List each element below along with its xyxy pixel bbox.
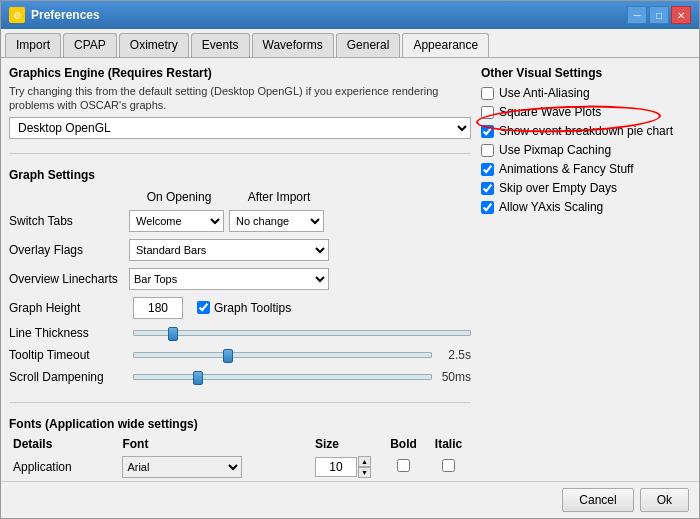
visual-option-5: Skip over Empty Days	[481, 181, 691, 195]
font-select-0[interactable]: Arial	[122, 456, 242, 478]
fonts-header-size: Size	[311, 435, 381, 453]
ok-button[interactable]: Ok	[640, 488, 689, 512]
window-controls: ─ □ ✕	[627, 6, 691, 24]
window-title: Preferences	[31, 8, 100, 22]
visual-option-checkbox-6[interactable]	[481, 201, 494, 214]
fonts-header-font: Font	[118, 435, 311, 453]
title-bar: ⚙ Preferences ─ □ ✕	[1, 1, 699, 29]
line-thickness-thumb[interactable]	[168, 327, 178, 341]
line-thickness-track	[133, 330, 471, 336]
scroll-dampening-value: 50ms	[436, 370, 471, 384]
left-panel: Graphics Engine (Requires Restart) Try c…	[9, 66, 471, 473]
overview-linecharts-label: Overview Linecharts	[9, 272, 129, 286]
tab-appearance[interactable]: Appearance	[402, 33, 489, 57]
line-thickness-row: Line Thickness	[9, 326, 471, 340]
visual-option-2: Show event breakdown pie chart	[481, 124, 691, 138]
overlay-flags-label: Overlay Flags	[9, 243, 129, 257]
tooltip-timeout-row: Tooltip Timeout 2.5s	[9, 348, 471, 362]
font-italic-0[interactable]	[442, 459, 455, 472]
graphics-engine-section: Graphics Engine (Requires Restart) Try c…	[9, 66, 471, 139]
visual-option-3: Use Pixmap Caching	[481, 143, 691, 157]
visual-option-label-4: Animations & Fancy Stuff	[499, 162, 634, 176]
separator-2	[9, 402, 471, 403]
fonts-row-0: ApplicationArial▲▼	[9, 453, 471, 481]
visual-option-checkbox-4[interactable]	[481, 163, 494, 176]
visual-option-checkbox-1[interactable]	[481, 106, 494, 119]
visual-option-checkbox-3[interactable]	[481, 144, 494, 157]
graph-height-row: Graph Height Graph Tooltips	[9, 297, 471, 319]
graph-tooltips-checkbox-label: Graph Tooltips	[197, 301, 291, 315]
maximize-button[interactable]: □	[649, 6, 669, 24]
fonts-table: Details Font Size Bold Italic Applicatio…	[9, 435, 471, 481]
visual-option-checkbox-0[interactable]	[481, 87, 494, 100]
visual-option-label-0: Use Anti-Aliasing	[499, 86, 590, 100]
tab-import[interactable]: Import	[5, 33, 61, 57]
switch-tabs-label: Switch Tabs	[9, 214, 129, 228]
tab-cpap[interactable]: CPAP	[63, 33, 117, 57]
visual-options-container: Use Anti-AliasingSquare Wave PlotsShow e…	[481, 86, 691, 214]
scroll-dampening-track	[133, 374, 432, 380]
tooltip-timeout-value: 2.5s	[436, 348, 471, 362]
graph-settings-section: Graph Settings On Opening After Import S…	[9, 168, 471, 388]
switch-tabs-row: Switch Tabs Welcome No change	[9, 210, 471, 232]
visual-option-label-6: Allow YAxis Scaling	[499, 200, 603, 214]
fonts-header-italic: Italic	[426, 435, 471, 453]
font-size-down-0[interactable]: ▼	[358, 467, 371, 478]
separator-1	[9, 153, 471, 154]
overlay-flags-row: Overlay Flags Standard Bars	[9, 239, 471, 261]
graph-height-label: Graph Height	[9, 301, 129, 315]
switch-tabs-after-import-dropdown[interactable]: No change	[229, 210, 324, 232]
visual-option-label-2: Show event breakdown pie chart	[499, 124, 673, 138]
graphics-engine-desc: Try changing this from the default setti…	[9, 84, 471, 113]
overview-linecharts-row: Overview Linecharts Bar Tops	[9, 268, 471, 290]
visual-option-checkbox-5[interactable]	[481, 182, 494, 195]
tab-oximetry[interactable]: Oximetry	[119, 33, 189, 57]
font-bold-0[interactable]	[397, 459, 410, 472]
visual-option-checkbox-2[interactable]	[481, 125, 494, 138]
scroll-dampening-row: Scroll Dampening 50ms	[9, 370, 471, 384]
visual-option-label-5: Skip over Empty Days	[499, 181, 617, 195]
tab-waveforms[interactable]: Waveforms	[252, 33, 334, 57]
minimize-button[interactable]: ─	[627, 6, 647, 24]
visual-option-0: Use Anti-Aliasing	[481, 86, 691, 100]
font-size-0[interactable]	[315, 457, 357, 477]
font-size-up-0[interactable]: ▲	[358, 456, 371, 467]
switch-tabs-on-opening-dropdown[interactable]: Welcome	[129, 210, 224, 232]
graph-settings-headers: On Opening After Import	[9, 190, 471, 204]
fonts-section: Fonts (Application wide settings) Detail…	[9, 417, 471, 481]
main-content: Graphics Engine (Requires Restart) Try c…	[1, 58, 699, 481]
fonts-header-details: Details	[9, 435, 118, 453]
other-visual-title: Other Visual Settings	[481, 66, 691, 80]
tab-general[interactable]: General	[336, 33, 401, 57]
tooltip-timeout-thumb[interactable]	[223, 349, 233, 363]
scroll-dampening-thumb[interactable]	[193, 371, 203, 385]
on-opening-header: On Opening	[129, 190, 229, 204]
tabs-bar: Import CPAP Oximetry Events Waveforms Ge…	[1, 29, 699, 58]
visual-option-4: Animations & Fancy Stuff	[481, 162, 691, 176]
visual-option-label-1: Square Wave Plots	[499, 105, 601, 119]
tooltip-timeout-label: Tooltip Timeout	[9, 348, 129, 362]
bottom-bar: Cancel Ok	[1, 481, 699, 518]
graphics-engine-dropdown[interactable]: Desktop OpenGL	[9, 117, 471, 139]
graphics-engine-title: Graphics Engine (Requires Restart)	[9, 66, 471, 80]
preferences-window: ⚙ Preferences ─ □ ✕ Import CPAP Oximetry…	[0, 0, 700, 519]
line-thickness-label: Line Thickness	[9, 326, 129, 340]
cancel-button[interactable]: Cancel	[562, 488, 633, 512]
graph-height-input[interactable]	[133, 297, 183, 319]
right-panel: Other Visual Settings Use Anti-AliasingS…	[481, 66, 691, 473]
close-button[interactable]: ✕	[671, 6, 691, 24]
visual-option-1: Square Wave Plots	[481, 105, 691, 119]
after-import-header: After Import	[229, 190, 329, 204]
overlay-flags-dropdown[interactable]: Standard Bars	[129, 239, 329, 261]
other-visual-section: Other Visual Settings Use Anti-AliasingS…	[481, 66, 691, 219]
fonts-section-title: Fonts (Application wide settings)	[9, 417, 471, 431]
tooltip-timeout-track	[133, 352, 432, 358]
visual-option-label-3: Use Pixmap Caching	[499, 143, 611, 157]
visual-option-6: Allow YAxis Scaling	[481, 200, 691, 214]
tab-events[interactable]: Events	[191, 33, 250, 57]
font-detail-0: Application	[9, 453, 118, 481]
fonts-header-bold: Bold	[381, 435, 426, 453]
window-icon: ⚙	[9, 7, 25, 23]
overview-linecharts-dropdown[interactable]: Bar Tops	[129, 268, 329, 290]
graph-tooltips-checkbox[interactable]	[197, 301, 210, 314]
